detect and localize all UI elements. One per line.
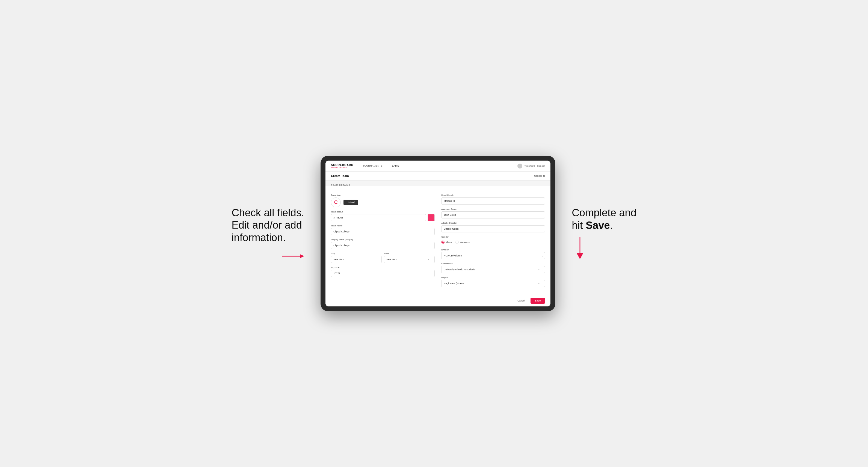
state-select-wrapper: New York ✕ ⌄	[384, 256, 435, 263]
team-name-input[interactable]	[331, 228, 435, 235]
region-clear-icon[interactable]: ✕	[538, 282, 540, 285]
conference-clear-icon[interactable]: ✕	[538, 268, 540, 271]
logo-area: C Upload	[331, 197, 435, 207]
team-logo-group: Team logo C Upload	[331, 194, 435, 207]
display-name-input[interactable]	[331, 242, 435, 249]
state-group: State New York ✕ ⌄	[384, 252, 435, 263]
arrow-right-icon	[282, 252, 304, 260]
user-avatar	[518, 164, 522, 168]
display-name-label: Display name (unique)	[331, 239, 435, 241]
create-team-header: Create Team Cancel ✕	[326, 172, 551, 181]
division-select[interactable]: NCAA Division III	[441, 252, 545, 259]
division-select-wrapper: NCAA Division III ⌄	[441, 252, 545, 259]
division-group: Division NCAA Division III ⌄	[441, 249, 545, 259]
conference-select[interactable]: University Athletic Association	[441, 266, 545, 273]
region-group: Region Region II - (M) DIII ✕ ⌄	[441, 276, 545, 287]
right-annotation-period: .	[610, 220, 613, 231]
form-right-column: Head Coach Assistant Coach Athletic Dire…	[441, 194, 545, 290]
team-name-group: Team name	[331, 224, 435, 235]
state-clear-icon[interactable]: ✕	[428, 258, 430, 261]
gender-group: Gender Mens Womens	[441, 236, 545, 245]
svg-marker-3	[577, 253, 583, 259]
region-label: Region	[441, 276, 545, 279]
nav-user-area: Test User | Sign out	[518, 164, 545, 168]
assistant-coach-input[interactable]	[441, 211, 545, 218]
city-state-row: City State New York ✕ ⌄	[331, 252, 435, 263]
user-name: Test User |	[525, 165, 535, 167]
team-colour-label: Team colour	[331, 211, 435, 213]
athletic-director-label: Athletic Director	[441, 222, 545, 224]
gender-radio-group: Mens Womens	[441, 239, 545, 245]
mens-radio-dot	[441, 241, 444, 244]
city-group: City	[331, 252, 382, 263]
team-details-section: TEAM DETAILS	[326, 181, 551, 186]
athletic-director-input[interactable]	[441, 225, 545, 232]
cancel-top-button[interactable]: Cancel ✕	[534, 175, 545, 178]
page-title: Create Team	[331, 174, 349, 178]
tablet-screen: SCOREBOARD Powered by clippd TOURNAMENTS…	[326, 161, 551, 306]
right-annotation: Complete and hit Save.	[572, 207, 637, 231]
nav-tabs: TOURNAMENTS TEAMS	[359, 161, 403, 171]
head-coach-label: Head Coach	[441, 194, 545, 196]
annotation-line1: Check all fields.	[231, 207, 304, 218]
form-footer: Cancel Save	[326, 295, 551, 306]
form-left-column: Team logo C Upload Team colour	[331, 194, 435, 290]
head-coach-input[interactable]	[441, 197, 545, 205]
display-name-group: Display name (unique)	[331, 239, 435, 249]
team-logo-label: Team logo	[331, 194, 435, 196]
cancel-footer-button[interactable]: Cancel	[515, 298, 528, 303]
assistant-coach-group: Assistant Coach	[441, 208, 545, 218]
mens-label: Mens	[445, 241, 452, 244]
city-state-group: City State New York ✕ ⌄	[331, 252, 435, 263]
region-select-wrapper: Region II - (M) DIII ✕ ⌄	[441, 280, 545, 287]
form-grid: Team logo C Upload Team colour	[326, 190, 551, 295]
nav-tab-tournaments[interactable]: TOURNAMENTS	[359, 161, 386, 171]
head-coach-group: Head Coach	[441, 194, 545, 205]
powered-by: Powered by clippd	[331, 166, 353, 168]
gender-label: Gender	[441, 236, 545, 238]
annotation-line2: Edit and/or add	[231, 219, 302, 231]
svg-marker-1	[300, 254, 304, 258]
zip-label: Zip code	[331, 266, 435, 269]
gender-mens-option[interactable]: Mens	[441, 241, 452, 244]
conference-select-wrapper: University Athletic Association ✕ ⌄	[441, 266, 545, 273]
state-select[interactable]: New York	[384, 256, 435, 263]
city-input[interactable]	[331, 256, 382, 263]
zip-input[interactable]	[331, 270, 435, 277]
save-button[interactable]: Save	[530, 298, 545, 304]
color-input-wrapper	[331, 214, 435, 221]
right-annotation-line2: hit	[572, 220, 586, 231]
nav-bar: SCOREBOARD Powered by clippd TOURNAMENTS…	[326, 161, 551, 172]
upload-button[interactable]: Upload	[343, 199, 358, 205]
athletic-director-group: Athletic Director	[441, 222, 545, 232]
right-annotation-bold: Save	[586, 220, 610, 231]
division-label: Division	[441, 249, 545, 251]
zip-code-group: Zip code	[331, 266, 435, 277]
tablet-frame: SCOREBOARD Powered by clippd TOURNAMENTS…	[320, 156, 555, 311]
gender-womens-option[interactable]: Womens	[456, 241, 469, 244]
cancel-top-label: Cancel	[534, 175, 542, 177]
color-swatch[interactable]	[428, 214, 435, 221]
region-select[interactable]: Region II - (M) DIII	[441, 280, 545, 287]
left-annotation: Check all fields. Edit and/or add inform…	[231, 207, 304, 244]
arrow-down-left-icon	[572, 237, 588, 259]
nav-tab-teams[interactable]: TEAMS	[386, 161, 403, 171]
womens-radio-dot	[456, 241, 459, 244]
right-annotation-line1: Complete and	[572, 207, 637, 218]
team-colour-group: Team colour	[331, 211, 435, 221]
womens-label: Womens	[460, 241, 469, 244]
close-icon: ✕	[543, 175, 545, 178]
sign-out-link[interactable]: Sign out	[537, 165, 545, 167]
city-label: City	[331, 252, 382, 255]
conference-label: Conference	[441, 262, 545, 265]
team-colour-input[interactable]	[331, 214, 426, 221]
conference-group: Conference University Athletic Associati…	[441, 262, 545, 273]
logo-circle: C	[331, 197, 341, 207]
section-label: TEAM DETAILS	[331, 184, 545, 186]
state-label: State	[384, 252, 435, 255]
annotation-line3: information.	[231, 232, 286, 243]
team-name-label: Team name	[331, 224, 435, 227]
assistant-coach-label: Assistant Coach	[441, 208, 545, 210]
app-logo: SCOREBOARD Powered by clippd	[331, 164, 353, 168]
logo-letter: C	[334, 199, 338, 206]
